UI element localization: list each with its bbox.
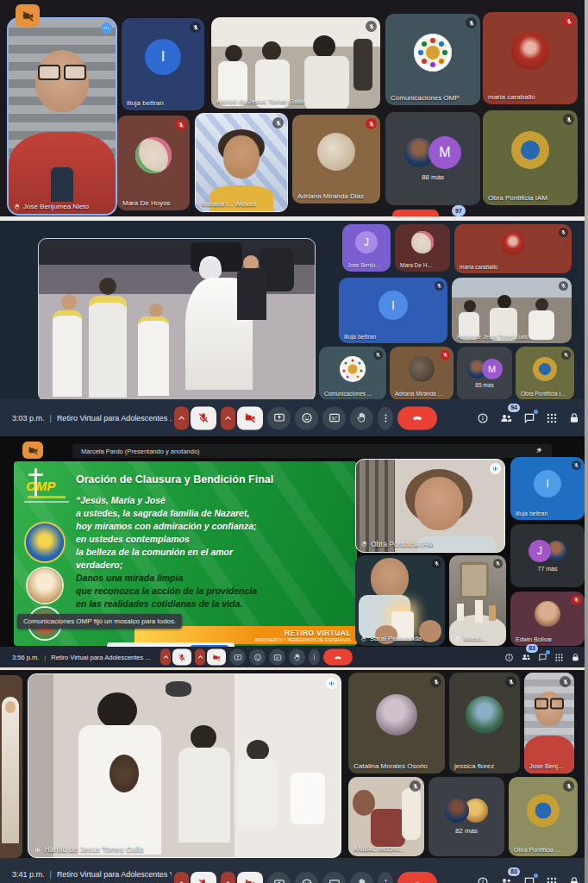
participant-tile-mara[interactable]: Mara De H... — [395, 224, 450, 272]
more-options-button[interactable] — [378, 406, 393, 429]
participant-tile-liluja[interactable]: I liluja beltran — [122, 18, 204, 110]
mic-options-chevron[interactable] — [160, 649, 171, 666]
participant-tile-liluja[interactable]: I liluja beltran — [339, 278, 447, 343]
people-panel-button[interactable]: 83 — [521, 652, 531, 662]
participant-name-label: Obra Pontificia IAM — [361, 540, 434, 548]
participant-tile-maria[interactable]: maria caraballo — [483, 12, 578, 104]
leave-call-button[interactable] — [323, 649, 353, 666]
mic-options-chevron[interactable] — [174, 872, 189, 883]
participant-tile-obra[interactable]: Obra Pontificia I... — [516, 347, 574, 400]
participant-tile-edwin[interactable]: Edwin Bolivar — [510, 592, 585, 646]
people-panel-button[interactable]: 83 — [499, 875, 513, 883]
tile-menu-icon[interactable] — [101, 22, 112, 34]
annotation-pen-icon[interactable] — [535, 447, 543, 455]
participant-tile-jose[interactable]: Jose Benj... — [524, 673, 574, 773]
reactions-button[interactable] — [249, 649, 266, 666]
participant-tile-obra-speaking[interactable]: Obra Pontificia IAM — [355, 459, 505, 553]
overflow-participants-tile[interactable]: M 85 más — [457, 347, 512, 400]
clock-time: 3:41 p.m. — [12, 870, 45, 879]
raise-hand-button[interactable] — [350, 872, 373, 883]
participant-name-label: ANIBAL MEDIN... — [353, 845, 404, 853]
camera-options-chevron[interactable] — [221, 406, 235, 429]
mic-off-button[interactable] — [172, 649, 191, 666]
overflow-participants-tile[interactable]: M 88 más — [385, 112, 480, 205]
present-screen-button[interactable] — [267, 406, 291, 429]
raise-hand-button[interactable] — [350, 406, 373, 429]
presenter-name-label: Marcela Pardo (Presentando y anotando) — [81, 448, 200, 455]
pinned-photo-tile-pope[interactable] — [38, 238, 316, 402]
participant-tile-comunicaciones[interactable]: Comunicaciones ... — [319, 347, 386, 400]
participant-tile-adriana[interactable]: Adriana Miranda ... — [390, 347, 454, 400]
info-icon[interactable] — [504, 653, 514, 662]
camera-options-chevron[interactable] — [195, 649, 205, 666]
overflow-participants-tile[interactable]: J 77 más — [510, 524, 585, 587]
avatar-pair — [445, 798, 488, 823]
participant-tile-comunicaciones[interactable]: Comunicaciones OMP — [385, 14, 480, 105]
raise-hand-button[interactable] — [289, 649, 305, 666]
participant-tile-catalina[interactable]: Catalina Morales Osorio — [348, 673, 445, 773]
activities-grid-icon[interactable] — [554, 653, 564, 662]
participant-count-badge: 97 — [452, 205, 466, 216]
chat-panel-button[interactable] — [538, 653, 547, 662]
participant-tile-maria[interactable]: maria caraballo — [454, 224, 572, 273]
participant-tile-manu[interactable]: Manu... — [449, 555, 506, 646]
people-panel-button[interactable]: 94 — [499, 411, 513, 425]
participant-tile-jessica[interactable]: jessica florez — [449, 673, 520, 773]
chat-panel-button[interactable] — [523, 412, 535, 424]
overflow-participants-tile[interactable]: 82 más — [428, 777, 504, 856]
info-icon[interactable] — [477, 412, 489, 424]
prayer-line: hoy miramos con admiración y confianza; — [76, 520, 257, 533]
participant-tile-mara[interactable]: Mara De Hoyos — [117, 116, 190, 210]
camera-options-chevron[interactable] — [221, 872, 235, 883]
mic-options-chevron[interactable] — [174, 406, 189, 429]
host-controls-lock-icon[interactable] — [568, 876, 580, 883]
participant-tile-adriana[interactable]: Adriana Miranda Diaz — [292, 115, 380, 204]
activities-grid-icon[interactable] — [546, 412, 558, 424]
camera-off-button[interactable] — [237, 872, 263, 883]
clock-time: 3:56 p.m. — [12, 654, 39, 661]
chat-panel-button[interactable] — [523, 876, 535, 883]
participant-tile-obra[interactable]: Obra Pontificia IAM — [483, 110, 578, 205]
captions-button[interactable] — [269, 649, 285, 666]
jesus-picture-tile-partial[interactable] — [0, 675, 22, 858]
info-icon[interactable] — [477, 876, 489, 883]
participant-tile-harold[interactable]: Harold de Jesus Torres Gallo — [452, 278, 572, 343]
decor — [2, 697, 19, 843]
participant-tile-jose-benjumea[interactable]: Jose Benjumea Nieto — [7, 17, 117, 216]
mic-muted-icon — [190, 22, 201, 33]
captions-button[interactable] — [322, 872, 346, 883]
mic-off-button[interactable] — [191, 872, 216, 883]
mic-off-button[interactable] — [191, 406, 216, 429]
leave-call-button[interactable] — [392, 210, 439, 216]
avatar — [409, 356, 435, 382]
participant-tile-sarai[interactable]: Sarai Peñaranda — [355, 555, 445, 646]
participant-tile-jose[interactable]: J Jose Benju... — [342, 224, 391, 272]
more-options-button[interactable] — [378, 872, 393, 883]
more-options-button[interactable] — [309, 649, 320, 666]
reactions-button[interactable] — [295, 406, 318, 429]
mic-muted-icon — [563, 16, 574, 27]
participant-tile-liluja[interactable]: I liluja beltran — [510, 457, 585, 520]
participant-tile-mariana[interactable]: Mariana I... Wicked — [195, 113, 288, 212]
participant-name-label: Obra Pontificia I... — [521, 391, 566, 397]
present-screen-button[interactable] — [229, 649, 246, 666]
mic-muted-icon — [559, 228, 568, 237]
activities-grid-icon[interactable] — [546, 876, 558, 883]
leave-call-button[interactable] — [397, 406, 437, 429]
present-screen-button[interactable] — [267, 872, 291, 883]
speaker-icon — [34, 846, 41, 854]
participant-tile-anibal[interactable]: ANIBAL MEDIN... — [348, 777, 424, 856]
reactions-button[interactable] — [295, 872, 318, 883]
captions-button[interactable] — [322, 406, 346, 429]
host-controls-lock-icon[interactable] — [571, 653, 580, 662]
participant-tile-harold-main[interactable]: Harold de Jesus Torres Gallo — [28, 673, 341, 858]
participant-count-badge: 94 — [508, 404, 520, 412]
participant-tile-harold[interactable]: Harold de Jesus Torres Gallo — [211, 17, 380, 109]
pinned-mosaic-toast: Comunicaciones OMP fijó un mosaico para … — [17, 614, 182, 629]
participant-name-label: Mara De H... — [400, 262, 432, 268]
camera-off-button[interactable] — [207, 649, 226, 666]
host-controls-lock-icon[interactable] — [568, 412, 580, 424]
participant-tile-obra[interactable]: Obra Pontificia ... — [509, 777, 578, 856]
leave-call-button[interactable] — [397, 872, 437, 883]
camera-off-button[interactable] — [237, 406, 263, 429]
